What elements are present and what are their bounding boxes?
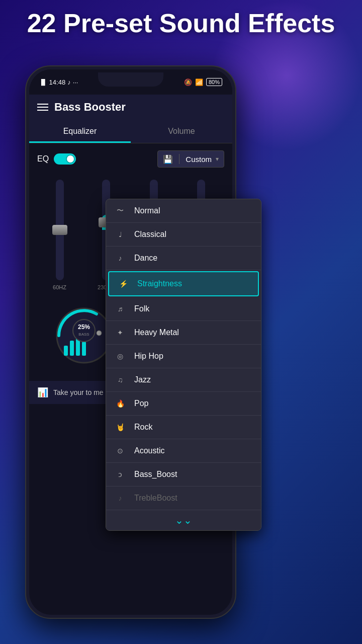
straightness-label: Straightness (137, 279, 250, 288)
acoustic-label: Acoustic (134, 446, 253, 455)
time-display: 14:48 (49, 78, 66, 86)
notch (98, 72, 163, 87)
toggle-track (54, 153, 76, 165)
music-bars-icon: 📊 (37, 387, 48, 398)
bass-knob-svg[interactable]: 25% BASS (54, 305, 114, 366)
pop-label: Pop (134, 399, 253, 408)
preset-option-straightness[interactable]: ⚡ Straightness (108, 271, 259, 296)
preset-option-acoustic[interactable]: ⊙ Acoustic (106, 439, 261, 463)
save-preset-icon: 💾 (163, 154, 173, 164)
hip-hop-icon: ◎ (114, 352, 126, 360)
normal-label: Normal (134, 206, 253, 215)
slider-label-60hz: 60HZ (53, 284, 66, 290)
eq-label: EQ (37, 154, 49, 164)
svg-text:BASS: BASS (78, 332, 89, 337)
tabs-container: Equalizer Volume (29, 120, 232, 143)
straightness-icon: ⚡ (117, 280, 129, 288)
bass-boost-icon: ɔ (114, 470, 126, 478)
folk-icon: ♬ (114, 305, 126, 313)
preset-name: Custom (186, 155, 212, 164)
bass-knob-container: 25% BASS (54, 305, 114, 371)
svg-point-8 (97, 331, 102, 336)
svg-rect-4 (82, 342, 86, 356)
status-right: 🔕 📶 80% (184, 78, 222, 86)
app-title: Bass Booster (54, 101, 126, 114)
battery-indicator: 80% (206, 78, 222, 86)
classical-icon: ♩ (114, 230, 126, 238)
preset-option-hip-hop[interactable]: ◎ Hip Hop (106, 345, 261, 368)
dance-label: Dance (134, 254, 253, 263)
treble-boost-icon: ♪ (114, 494, 126, 502)
preset-option-normal[interactable]: 〜 Normal (106, 199, 261, 223)
status-dots: ··· (73, 78, 78, 86)
music-status-icon: ♪ (67, 78, 71, 86)
pop-icon: 🔥 (114, 399, 126, 408)
svg-rect-1 (64, 346, 68, 356)
chevron-down-icon: ▾ (216, 155, 219, 163)
slider-60hz: 60HZ (53, 180, 66, 290)
tab-volume[interactable]: Volume (131, 120, 232, 143)
heavy-metal-icon: ✦ (114, 329, 126, 337)
svg-text:25%: 25% (78, 324, 90, 331)
acoustic-icon: ⊙ (114, 447, 126, 455)
status-left: ▐▌ 14:48 ♪ ··· (39, 78, 78, 86)
heavy-metal-label: Heavy Metal (134, 328, 253, 337)
jazz-icon: ♫ (114, 376, 126, 384)
svg-point-5 (73, 319, 95, 342)
wifi-icon: 📶 (195, 78, 203, 86)
classical-label: Classical (134, 230, 253, 239)
preset-option-dance[interactable]: ♪ Dance (106, 247, 261, 270)
signal-icon: ▐▌ (39, 79, 47, 85)
tab-equalizer[interactable]: Equalizer (29, 120, 131, 143)
rock-label: Rock (134, 423, 253, 432)
preset-dropdown: 〜 Normal ♩ Classical ♪ Dance ⚡ Straightn… (106, 199, 261, 531)
treble-boost-label: TrebleBoost (134, 494, 253, 503)
eq-toggle[interactable] (54, 153, 76, 165)
hamburger-menu-icon[interactable] (37, 104, 48, 111)
slider-track-60hz[interactable] (56, 180, 64, 280)
preset-option-classical[interactable]: ♩ Classical (106, 223, 261, 247)
preset-option-treble-boost[interactable]: ♪ TrebleBoost (106, 487, 261, 510)
svg-rect-2 (70, 341, 74, 356)
preset-option-heavy-metal[interactable]: ✦ Heavy Metal (106, 321, 261, 345)
app-header: Bass Booster (29, 95, 232, 120)
normal-icon: 〜 (114, 206, 126, 215)
toggle-thumb (66, 154, 75, 164)
page-title: 22 Pre-set Sound Effects (0, 9, 362, 38)
preset-option-pop[interactable]: 🔥 Pop (106, 392, 261, 416)
preset-option-jazz[interactable]: ♫ Jazz (106, 368, 261, 392)
chevron-down-double-icon: ⌄⌄ (175, 514, 192, 526)
eq-controls-row: EQ 💾 Custom ▾ (29, 143, 232, 175)
preset-option-folk[interactable]: ♬ Folk (106, 297, 261, 321)
mute-icon: 🔕 (184, 78, 192, 86)
preset-selector[interactable]: 💾 Custom ▾ (157, 150, 224, 168)
hip-hop-label: Hip Hop (134, 352, 253, 361)
jazz-label: Jazz (134, 375, 253, 384)
rock-icon: 🤘 (114, 423, 126, 431)
preset-option-rock[interactable]: 🤘 Rock (106, 416, 261, 439)
dropdown-more[interactable]: ⌄⌄ (106, 510, 261, 530)
slider-thumb-60hz[interactable] (52, 225, 67, 235)
folk-label: Folk (134, 304, 253, 313)
preset-option-bass-boost[interactable]: ɔ Bass_Boost (106, 463, 261, 487)
bass-boost-label: Bass_Boost (134, 470, 253, 479)
dance-icon: ♪ (114, 254, 126, 262)
